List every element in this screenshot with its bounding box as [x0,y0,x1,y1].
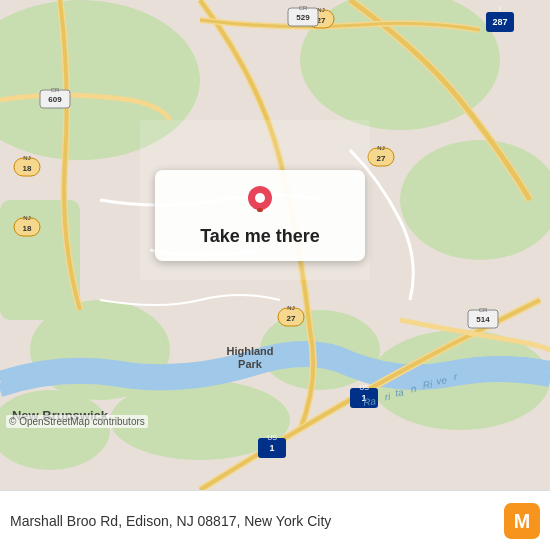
take-me-there-label: Take me there [200,226,320,247]
map-container: 287 I 27 NJ 27 NJ 27 NJ 18 NJ 18 NJ 1 US… [0,0,550,490]
svg-text:18: 18 [23,164,32,173]
osm-credit: © OpenStreetMap contributors [6,415,148,428]
svg-text:287: 287 [492,17,507,27]
svg-text:NJ: NJ [23,155,30,161]
svg-text:US: US [267,434,277,441]
svg-text:1: 1 [269,443,274,453]
svg-text:M: M [514,510,530,532]
svg-text:Ra: Ra [362,395,377,408]
moovit-logo: M [504,503,540,539]
take-me-there-button[interactable]: Take me there [155,170,365,261]
svg-text:I: I [499,5,501,12]
svg-text:ve: ve [436,374,448,386]
svg-text:27: 27 [377,154,386,163]
moovit-logo-icon: M [504,503,540,539]
address-text: Marshall Broo Rd, Edison, NJ 08817, New … [10,513,498,529]
svg-text:529: 529 [296,13,310,22]
svg-text:NJ: NJ [287,305,294,311]
svg-text:US: US [359,384,369,391]
svg-text:CR: CR [51,87,60,93]
svg-text:Highland: Highland [226,345,273,357]
svg-text:Park: Park [238,358,263,370]
svg-text:NJ: NJ [23,215,30,221]
svg-text:CR: CR [299,5,308,11]
svg-text:NJ: NJ [377,145,384,151]
location-pin-icon [242,184,278,220]
bottom-bar: Marshall Broo Rd, Edison, NJ 08817, New … [0,490,550,550]
svg-text:609: 609 [48,95,62,104]
svg-text:27: 27 [287,314,296,323]
svg-point-56 [257,208,263,212]
svg-text:CR: CR [479,307,488,313]
svg-point-55 [255,193,265,203]
svg-text:514: 514 [476,315,490,324]
svg-text:18: 18 [23,224,32,233]
